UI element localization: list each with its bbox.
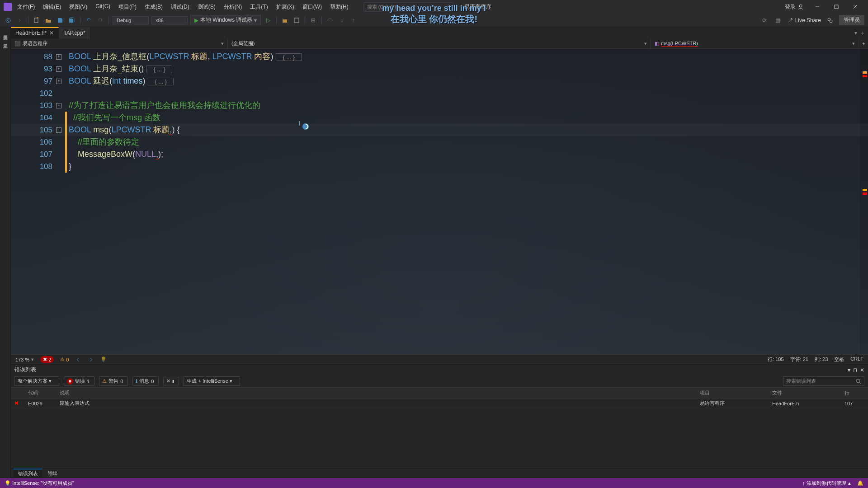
- start-debug-button[interactable]: ▶ 本地 Windows 调试器 ▾: [190, 15, 261, 25]
- code-editor[interactable]: 88+BOOL 上月奈_信息框(LPCWSTR 标题, LPCWSTR 内容){…: [11, 49, 868, 354]
- open-folder-icon[interactable]: [44, 16, 53, 25]
- error-search-box[interactable]: 搜索错误列表: [783, 376, 864, 386]
- code-line[interactable]: 106 //里面的参数待定: [11, 136, 868, 148]
- filter-warnings[interactable]: ⚠警告 0: [99, 376, 128, 386]
- save-all-icon[interactable]: [67, 16, 76, 25]
- maximize-button[interactable]: [827, 1, 845, 12]
- svg-text:✦: ✦: [36, 17, 39, 20]
- fold-toggle-icon[interactable]: +: [56, 54, 61, 60]
- error-row[interactable]: ✖E0029应输入表达式易语言程序HeadForE.h107: [11, 399, 868, 408]
- fold-toggle-icon[interactable]: +: [56, 79, 61, 84]
- tab-add-icon[interactable]: ＋: [860, 29, 865, 37]
- scope-project[interactable]: ⬛ 易语言程序 ▾: [11, 39, 228, 48]
- menu-分析(N)[interactable]: 分析(N): [220, 1, 246, 13]
- panel-dropdown-icon[interactable]: ▾: [848, 367, 850, 373]
- redo-icon[interactable]: [96, 16, 105, 25]
- code-line[interactable]: 103-//为了打造让易语言用户也会使用我会持续进行优化的: [11, 99, 868, 112]
- collapsed-region[interactable]: { ... }: [148, 78, 174, 85]
- notifications-icon[interactable]: 🔔: [857, 480, 863, 486]
- code-line[interactable]: 107 MessageBoxW(NULL,);: [11, 148, 868, 160]
- menu-扩展(X)[interactable]: 扩展(X): [273, 1, 298, 13]
- code-line[interactable]: 88+BOOL 上月奈_信息框(LPCWSTR 标题, LPCWSTR 内容){…: [11, 51, 868, 63]
- bottom-tab-输出[interactable]: 输出: [43, 469, 62, 478]
- fold-toggle-icon[interactable]: -: [56, 103, 61, 108]
- menu-视图(V)[interactable]: 视图(V): [66, 1, 91, 13]
- menu-调试(D)[interactable]: 调试(D): [167, 1, 193, 13]
- close-button[interactable]: [846, 1, 864, 12]
- toolbox-icon[interactable]: [280, 16, 289, 25]
- liveshare-button[interactable]: Live Share: [787, 17, 821, 23]
- comment-icon[interactable]: ⊟: [309, 16, 318, 25]
- navbar-split-icon[interactable]: ＋: [859, 40, 868, 47]
- zoom-combo[interactable]: 173 % ▾: [15, 357, 34, 362]
- close-icon[interactable]: ✕: [49, 30, 54, 36]
- feedback-icon[interactable]: [826, 16, 835, 25]
- eol-mode[interactable]: CRLF: [850, 356, 863, 363]
- tab-dropdown-icon[interactable]: ▾: [854, 30, 857, 36]
- menu-窗口(W)[interactable]: 窗口(W): [299, 1, 326, 13]
- nav-prev-issue[interactable]: [75, 357, 81, 362]
- nav-back-icon[interactable]: [4, 16, 13, 25]
- overview-ruler[interactable]: [860, 49, 868, 354]
- collapsed-region[interactable]: { ... }: [276, 53, 302, 61]
- grid-icon[interactable]: ▦: [774, 16, 783, 25]
- lightbulb-icon[interactable]: 💡: [100, 357, 107, 362]
- properties-icon[interactable]: [292, 16, 301, 25]
- menu-工具(T)[interactable]: 工具(T): [246, 1, 271, 13]
- error-clear-filter[interactable]: ✕▮: [163, 377, 179, 385]
- menu-项目(P)[interactable]: 项目(P): [115, 1, 140, 13]
- panel-close-icon[interactable]: ✕: [860, 367, 864, 373]
- file-tab[interactable]: HeadForE.h*✕: [11, 27, 59, 39]
- panel-pin-icon[interactable]: ⊓: [853, 367, 857, 373]
- config-combo[interactable]: Debug: [113, 16, 149, 24]
- code-line[interactable]: 97+BOOL 延迟(int times){ ... }: [11, 75, 868, 87]
- login-button[interactable]: 登录: [785, 3, 804, 11]
- undo-icon[interactable]: [84, 16, 93, 25]
- rail-toolbox[interactable]: 工具箱: [1, 38, 9, 43]
- error-list-table[interactable]: 代码 说明 项目 文件 行 ✖E0029应输入表达式易语言程序HeadForE.…: [11, 388, 868, 468]
- sync-icon[interactable]: ⟳: [760, 16, 769, 25]
- menu-测试(S)[interactable]: 测试(S): [194, 1, 219, 13]
- menu-Git(G)[interactable]: Git(G): [92, 1, 114, 13]
- error-count-badge[interactable]: ✖ 2: [40, 356, 54, 363]
- platform-combo[interactable]: x86: [151, 16, 188, 24]
- file-tab[interactable]: TAP.cpp*: [59, 27, 90, 39]
- rail-server-explorer[interactable]: 服务器资源: [1, 29, 9, 34]
- fold-toggle-icon[interactable]: -: [56, 127, 61, 133]
- step-out-icon[interactable]: ↑: [349, 16, 358, 25]
- vs-logo-icon: [4, 3, 12, 11]
- code-line[interactable]: 105-BOOL msg(LPCWSTR 标题,) {: [11, 124, 868, 136]
- step-into-icon[interactable]: ↓: [337, 16, 346, 25]
- collapsed-region[interactable]: { ... }: [146, 66, 172, 73]
- menu-文件(F)[interactable]: 文件(F): [14, 1, 38, 13]
- admin-badge[interactable]: 管理员: [839, 15, 864, 25]
- nav-fwd-icon[interactable]: [15, 16, 24, 25]
- error-scope-combo[interactable]: 整个解决方案 ▾: [14, 376, 59, 386]
- menu-编辑(E)[interactable]: 编辑(E): [39, 1, 65, 13]
- scope-global[interactable]: (全局范围) ▾: [228, 39, 651, 48]
- indent-mode[interactable]: 空格: [834, 356, 844, 363]
- source-control-button[interactable]: ↑ 添加到源代码管理 ▴: [802, 480, 851, 487]
- warning-count-badge[interactable]: ⚠ 0: [60, 357, 69, 362]
- error-source-combo[interactable]: 生成 + IntelliSense ▾: [184, 376, 240, 386]
- minimize-button[interactable]: [808, 1, 826, 12]
- step-over-icon[interactable]: [326, 16, 335, 25]
- code-line[interactable]: 102: [11, 87, 868, 99]
- start-nodbg-icon[interactable]: ▷: [264, 16, 273, 25]
- quick-search[interactable]: 搜索 (Ctrl+Q): [363, 2, 453, 12]
- code-line[interactable]: 108}: [11, 160, 868, 173]
- code-line[interactable]: 93+BOOL 上月奈_结束(){ ... }: [11, 63, 868, 75]
- menu-帮助(H)[interactable]: 帮助(H): [326, 1, 352, 13]
- code-line[interactable]: 104 //我们先写一个msg 函数: [11, 112, 868, 124]
- svg-point-14: [856, 379, 860, 383]
- nav-next-issue[interactable]: [88, 357, 94, 362]
- new-file-icon[interactable]: ✦: [32, 16, 41, 25]
- save-icon[interactable]: [56, 16, 65, 25]
- menu-生成(B)[interactable]: 生成(B): [141, 1, 166, 13]
- bottom-tab-错误列表[interactable]: 错误列表: [14, 469, 42, 478]
- filter-errors[interactable]: ✖错误 1: [64, 376, 94, 386]
- filter-messages[interactable]: ℹ消息 0: [132, 376, 159, 386]
- scope-function[interactable]: ◧ msg(LPCWSTR) ▾: [651, 39, 859, 48]
- fold-toggle-icon[interactable]: +: [56, 66, 61, 72]
- svg-line-15: [859, 382, 861, 384]
